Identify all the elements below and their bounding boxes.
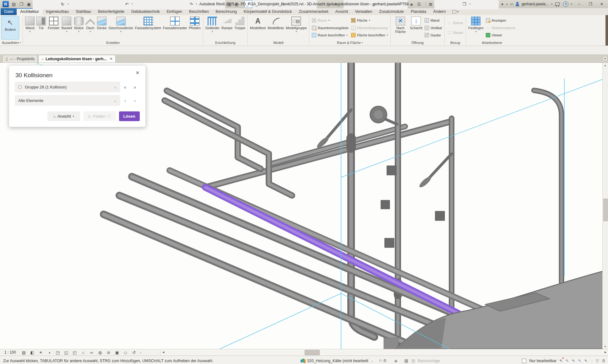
loesen-button[interactable]: Lösen — [119, 111, 140, 121]
separator[interactable] — [423, 2, 426, 7]
doc-tab-leitungskollisionen[interactable]: ⌂ Leitungskollisionen lösen - gerh... ✕ — [38, 55, 116, 62]
elements-dropdown[interactable]: Alle Elemente ⌄ — [15, 95, 120, 106]
restore-button[interactable]: ❐ — [586, 1, 595, 7]
close-button[interactable]: ✕ — [597, 1, 606, 7]
model-text-button[interactable]: A Modelltext — [249, 16, 267, 40]
tab-datei[interactable]: Datei — [1, 8, 17, 15]
visual-style-icon[interactable]: ◧ — [29, 350, 36, 355]
ceiling-button[interactable]: Decke — [96, 16, 107, 40]
temporary-hide-isolate-icon[interactable]: ◍ — [96, 350, 104, 355]
stair-button[interactable]: Treppe — [234, 16, 246, 40]
underlay-selection-toggle[interactable]: ↖ — [566, 358, 569, 363]
minimize-button[interactable]: – — [575, 1, 584, 7]
work-plane-viewer-button[interactable]: Viewer — [486, 32, 515, 38]
face-selection-toggle[interactable]: ↖ — [578, 358, 582, 363]
switch-windows-icon[interactable]: ❐ — [434, 0, 498, 9]
column-button[interactable]: Stütze▾ — [73, 16, 84, 40]
save-icon[interactable]: ▣ — [25, 1, 33, 8]
editable-only-checkbox[interactable] — [522, 359, 526, 363]
vertical-scrollbar-thumb[interactable] — [603, 199, 608, 221]
reveal-hidden-elements-icon[interactable]: ∞ — [88, 350, 95, 355]
show-work-plane-button[interactable]: Anzeigen — [486, 18, 515, 23]
model-line-button[interactable]: Modelllinie — [267, 16, 285, 40]
ansicht-button[interactable]: ⌂ Ansicht ▾ — [47, 111, 80, 121]
pin-selection-toggle[interactable]: ↖ — [572, 358, 575, 363]
temporary-view-properties-icon[interactable]: ▣ — [113, 350, 121, 355]
panel-label-auswaehlen[interactable]: Auswählen▾ — [0, 40, 23, 46]
next-element-button[interactable]: › — [130, 98, 140, 103]
next-group-button[interactable]: » — [130, 84, 140, 90]
vertical-scrollbar[interactable]: ▲ ▼ — [602, 63, 608, 349]
search-icon[interactable] — [510, 2, 513, 6]
shaft-opening-button[interactable]: Schacht — [409, 16, 423, 40]
store-cart-icon[interactable] — [555, 2, 560, 6]
vertical-opening-button[interactable]: Vertikal — [425, 25, 442, 31]
window-button[interactable]: Fenster — [47, 16, 60, 40]
wall-button[interactable]: Wand▾ — [24, 16, 35, 40]
horizontal-scrollbar[interactable]: ◀ ▶ — [160, 349, 608, 356]
horizontal-scrollbar-thumb[interactable] — [305, 350, 320, 355]
ramp-button[interactable]: Rampe — [220, 16, 233, 40]
scroll-up-icon[interactable]: ▲ — [603, 63, 608, 68]
room-separator-button[interactable]: Raumtrennungslinie — [312, 25, 349, 31]
component-button[interactable]: Bauteil▾ — [61, 16, 73, 40]
tab-plandata[interactable]: Plandata — [407, 8, 430, 15]
view-tab-list-button[interactable]: ▾ — [603, 56, 607, 61]
curtain-system-button[interactable]: Fassadensystem — [134, 16, 162, 40]
sun-path-icon[interactable]: ☀ — [37, 350, 45, 355]
link-selection-toggle[interactable]: ↖ — [559, 358, 563, 363]
filter-icon[interactable]: ▽ — [596, 359, 599, 363]
detail-level-icon[interactable]: ▨ — [20, 350, 28, 355]
previous-group-button[interactable]: « — [120, 84, 130, 90]
active-options-list-icon[interactable]: ▤ — [404, 358, 408, 363]
lock-3d-view-icon[interactable]: ⌂ — [79, 350, 87, 355]
worksharing-display-icon[interactable]: ⊘ — [105, 350, 112, 355]
reveal-constraints-icon[interactable]: ↺ — [130, 350, 138, 355]
curtain-grid-button[interactable]: Fassadenraster — [162, 16, 188, 40]
crop-view-icon[interactable]: ◱ — [62, 350, 70, 355]
scroll-left-icon[interactable]: ◀ — [161, 349, 166, 355]
customize-qat-icon[interactable]: ▾ — [499, 1, 506, 8]
displaced-elements-icon[interactable]: ◇ — [122, 350, 129, 355]
previous-element-button[interactable]: ‹ — [120, 98, 130, 103]
scroll-right-icon[interactable]: ▶ — [603, 349, 608, 355]
help-icon[interactable]: ? — [563, 1, 568, 7]
doc-tab-projektinfo[interactable]: ▯ --- - Projektinfo ✕ — [3, 55, 38, 62]
dormer-opening-button[interactable]: Gaube — [425, 32, 442, 38]
model-group-button[interactable]: Modellgruppe▾ — [285, 16, 308, 40]
show-crop-region-icon[interactable]: ◰ — [71, 350, 79, 355]
opening-by-face-button[interactable]: Nach Fläche — [392, 16, 409, 40]
area-button[interactable]: Fläche▾ — [351, 18, 388, 23]
design-option-value[interactable]: Basisvorlage — [418, 359, 440, 363]
wall-opening-button[interactable]: Wand — [425, 18, 442, 23]
railing-button[interactable]: Geländer▾ — [204, 16, 220, 40]
set-work-plane-button[interactable]: Festlegen▾ — [467, 16, 484, 40]
render-dialog-icon[interactable]: ◳ — [54, 350, 62, 355]
tag-area-button[interactable]: Fläche beschriften▾ — [351, 32, 388, 38]
help-caret-icon[interactable]: ▾ — [571, 3, 572, 6]
floor-button[interactable]: Geschossdecke▾ — [108, 16, 134, 40]
tag-room-button[interactable]: Raum beschriften▾ — [312, 32, 349, 38]
properties-icon[interactable]: ▤ — [10, 1, 18, 8]
shadows-icon[interactable]: ◑ — [46, 350, 53, 355]
editing-requests[interactable]: ⚐ :0 — [379, 359, 386, 363]
sync-icon[interactable]: ↻ — [33, 0, 97, 9]
collapse-search-icon[interactable]: ◂ — [506, 3, 508, 6]
drawing-area[interactable]: 30 Kollisionen ✕ Gruppe 26 (1 Kollision)… — [0, 63, 608, 349]
undo-icon[interactable]: ↶ — [97, 0, 161, 9]
scroll-down-icon[interactable]: ▼ — [603, 344, 608, 349]
view-tab-close-icon[interactable]: ✕ — [110, 57, 112, 61]
roof-button[interactable]: Dach▾ — [84, 16, 96, 40]
close-inactive-windows-icon[interactable]: ⊠ — [427, 1, 434, 8]
revit-logo[interactable]: R — [3, 1, 9, 7]
collision-group-dropdown[interactable]: Gruppe 26 (1 Kollision) ⌄ — [15, 82, 120, 92]
scale-control[interactable]: 1 : 100 — [4, 350, 16, 355]
open-icon[interactable]: ❐ — [18, 1, 25, 8]
visibility-list-icon[interactable]: ☰ — [415, 1, 423, 8]
modify-button[interactable]: ↖ Ändern — [1, 16, 19, 40]
user-menu-caret-icon[interactable]: ▾ — [551, 3, 552, 6]
user-menu[interactable]: gerhard.pawla... — [522, 2, 549, 6]
mullion-button[interactable]: Pfosten — [188, 16, 202, 40]
drag-on-selection-toggle[interactable]: ↖ — [584, 358, 588, 363]
design-options-icon[interactable]: ◈ — [394, 358, 397, 363]
